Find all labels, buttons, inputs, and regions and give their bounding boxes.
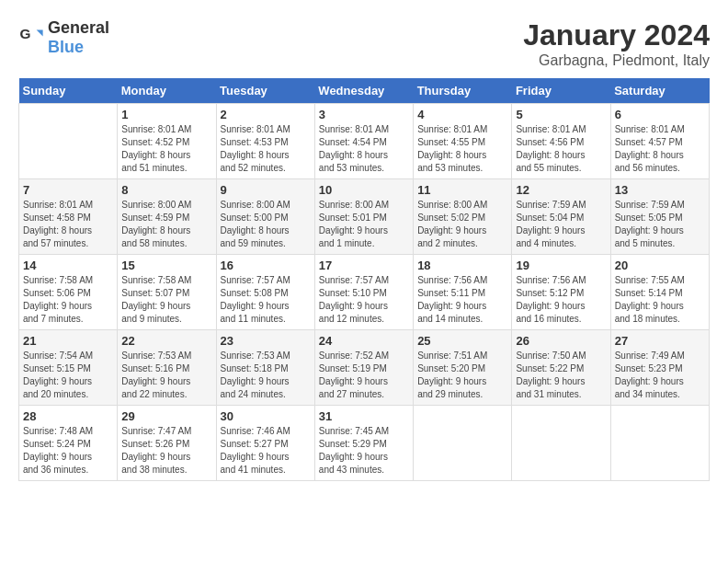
calendar-cell: 17Sunrise: 7:57 AM Sunset: 5:10 PM Dayli… [314,255,413,330]
logo: G General Blue [18,18,109,57]
calendar-cell: 13Sunrise: 7:59 AM Sunset: 5:05 PM Dayli… [610,179,709,255]
day-info: Sunrise: 8:00 AM Sunset: 5:02 PM Dayligh… [417,199,507,250]
day-number: 2 [221,108,311,121]
day-number: 9 [221,183,311,197]
day-number: 25 [417,334,507,348]
day-number: 10 [319,183,409,197]
calendar-cell: 8Sunrise: 8:00 AM Sunset: 4:59 PM Daylig… [118,179,216,255]
calendar-cell: 25Sunrise: 7:51 AM Sunset: 5:20 PM Dayli… [414,330,512,406]
day-number: 20 [615,259,705,272]
day-number: 8 [121,183,211,197]
calendar-cell: 31Sunrise: 7:45 AM Sunset: 5:29 PM Dayli… [314,406,413,481]
day-info: Sunrise: 7:51 AM Sunset: 5:20 PM Dayligh… [417,350,507,401]
calendar-cell: 24Sunrise: 7:52 AM Sunset: 5:19 PM Dayli… [314,330,413,406]
day-info: Sunrise: 7:57 AM Sunset: 5:08 PM Dayligh… [221,274,311,326]
calendar-cell [512,406,610,481]
weekday-header-wednesday: Wednesday [314,78,413,104]
calendar-week-row: 14Sunrise: 7:58 AM Sunset: 5:06 PM Dayli… [19,255,710,330]
svg-marker-1 [37,30,43,37]
day-info: Sunrise: 7:56 AM Sunset: 5:12 PM Dayligh… [516,274,606,326]
page-header: G General Blue January 2024 Garbagna, Pi… [18,18,710,69]
logo-general-text: General [48,18,109,37]
day-info: Sunrise: 8:01 AM Sunset: 4:58 PM Dayligh… [23,199,113,250]
day-info: Sunrise: 7:49 AM Sunset: 5:23 PM Dayligh… [615,350,705,401]
calendar-cell: 3Sunrise: 8:01 AM Sunset: 4:54 PM Daylig… [314,104,413,179]
day-info: Sunrise: 7:59 AM Sunset: 5:04 PM Dayligh… [516,199,606,250]
weekday-header-row: SundayMondayTuesdayWednesdayThursdayFrid… [19,78,710,104]
day-number: 31 [319,409,409,423]
calendar-cell: 28Sunrise: 7:48 AM Sunset: 5:24 PM Dayli… [19,406,118,481]
calendar-cell [19,104,118,179]
day-number: 14 [23,259,113,272]
calendar-cell: 14Sunrise: 7:58 AM Sunset: 5:06 PM Dayli… [19,255,118,330]
day-info: Sunrise: 7:55 AM Sunset: 5:14 PM Dayligh… [615,274,705,326]
day-info: Sunrise: 7:46 AM Sunset: 5:27 PM Dayligh… [221,425,311,477]
day-number: 19 [516,259,606,272]
day-number: 5 [516,108,606,121]
calendar-cell: 12Sunrise: 7:59 AM Sunset: 5:04 PM Dayli… [512,179,610,255]
calendar-cell [610,406,709,481]
weekday-header-sunday: Sunday [19,78,118,104]
calendar-cell: 23Sunrise: 7:53 AM Sunset: 5:18 PM Dayli… [216,330,314,406]
day-number: 30 [221,409,311,423]
calendar-cell: 18Sunrise: 7:56 AM Sunset: 5:11 PM Dayli… [414,255,512,330]
calendar-cell: 10Sunrise: 8:00 AM Sunset: 5:01 PM Dayli… [314,179,413,255]
day-info: Sunrise: 8:01 AM Sunset: 4:55 PM Dayligh… [417,123,507,175]
calendar-cell: 27Sunrise: 7:49 AM Sunset: 5:23 PM Dayli… [610,330,709,406]
day-number: 26 [516,334,606,348]
day-info: Sunrise: 7:54 AM Sunset: 5:15 PM Dayligh… [23,350,113,401]
day-info: Sunrise: 8:00 AM Sunset: 5:00 PM Dayligh… [221,199,311,250]
day-number: 13 [615,183,705,197]
calendar-cell: 26Sunrise: 7:50 AM Sunset: 5:22 PM Dayli… [512,330,610,406]
calendar-cell: 4Sunrise: 8:01 AM Sunset: 4:55 PM Daylig… [414,104,512,179]
day-info: Sunrise: 8:00 AM Sunset: 5:01 PM Dayligh… [319,199,409,250]
calendar-cell: 6Sunrise: 8:01 AM Sunset: 4:57 PM Daylig… [610,104,709,179]
location-title: Garbagna, Piedmont, Italy [523,52,710,69]
calendar-cell: 19Sunrise: 7:56 AM Sunset: 5:12 PM Dayli… [512,255,610,330]
day-info: Sunrise: 7:47 AM Sunset: 5:26 PM Dayligh… [121,425,211,477]
day-info: Sunrise: 7:58 AM Sunset: 5:07 PM Dayligh… [121,274,211,326]
logo-icon: G [18,25,44,51]
day-number: 22 [121,334,211,348]
calendar-cell: 29Sunrise: 7:47 AM Sunset: 5:26 PM Dayli… [118,406,216,481]
day-info: Sunrise: 7:48 AM Sunset: 5:24 PM Dayligh… [23,425,113,477]
day-info: Sunrise: 7:50 AM Sunset: 5:22 PM Dayligh… [516,350,606,401]
day-number: 1 [121,108,211,121]
calendar-table: SundayMondayTuesdayWednesdayThursdayFrid… [18,78,710,481]
day-info: Sunrise: 8:01 AM Sunset: 4:56 PM Dayligh… [516,123,606,175]
day-number: 6 [615,108,705,121]
day-number: 28 [23,409,113,423]
weekday-header-monday: Monday [118,78,216,104]
weekday-header-tuesday: Tuesday [216,78,314,104]
calendar-cell: 15Sunrise: 7:58 AM Sunset: 5:07 PM Dayli… [118,255,216,330]
logo-blue-text: Blue [48,38,84,56]
day-info: Sunrise: 7:52 AM Sunset: 5:19 PM Dayligh… [319,350,409,401]
svg-text:G: G [19,26,30,41]
calendar-cell: 9Sunrise: 8:00 AM Sunset: 5:00 PM Daylig… [216,179,314,255]
calendar-cell: 20Sunrise: 7:55 AM Sunset: 5:14 PM Dayli… [610,255,709,330]
day-number: 15 [121,259,211,272]
calendar-week-row: 1Sunrise: 8:01 AM Sunset: 4:52 PM Daylig… [19,104,710,179]
day-number: 12 [516,183,606,197]
day-info: Sunrise: 8:00 AM Sunset: 4:59 PM Dayligh… [121,199,211,250]
day-info: Sunrise: 7:45 AM Sunset: 5:29 PM Dayligh… [319,425,409,477]
calendar-week-row: 28Sunrise: 7:48 AM Sunset: 5:24 PM Dayli… [19,406,710,481]
day-number: 24 [319,334,409,348]
day-info: Sunrise: 8:01 AM Sunset: 4:53 PM Dayligh… [221,123,311,175]
calendar-cell: 2Sunrise: 8:01 AM Sunset: 4:53 PM Daylig… [216,104,314,179]
day-info: Sunrise: 7:57 AM Sunset: 5:10 PM Dayligh… [319,274,409,326]
day-info: Sunrise: 7:56 AM Sunset: 5:11 PM Dayligh… [417,274,507,326]
day-number: 4 [417,108,507,121]
day-number: 29 [121,409,211,423]
calendar-cell: 22Sunrise: 7:53 AM Sunset: 5:16 PM Dayli… [118,330,216,406]
calendar-cell: 21Sunrise: 7:54 AM Sunset: 5:15 PM Dayli… [19,330,118,406]
day-info: Sunrise: 8:01 AM Sunset: 4:54 PM Dayligh… [319,123,409,175]
calendar-week-row: 21Sunrise: 7:54 AM Sunset: 5:15 PM Dayli… [19,330,710,406]
weekday-header-thursday: Thursday [414,78,512,104]
day-info: Sunrise: 7:59 AM Sunset: 5:05 PM Dayligh… [615,199,705,250]
day-number: 23 [221,334,311,348]
calendar-cell: 30Sunrise: 7:46 AM Sunset: 5:27 PM Dayli… [216,406,314,481]
day-info: Sunrise: 7:53 AM Sunset: 5:18 PM Dayligh… [221,350,311,401]
calendar-cell: 5Sunrise: 8:01 AM Sunset: 4:56 PM Daylig… [512,104,610,179]
day-number: 3 [319,108,409,121]
